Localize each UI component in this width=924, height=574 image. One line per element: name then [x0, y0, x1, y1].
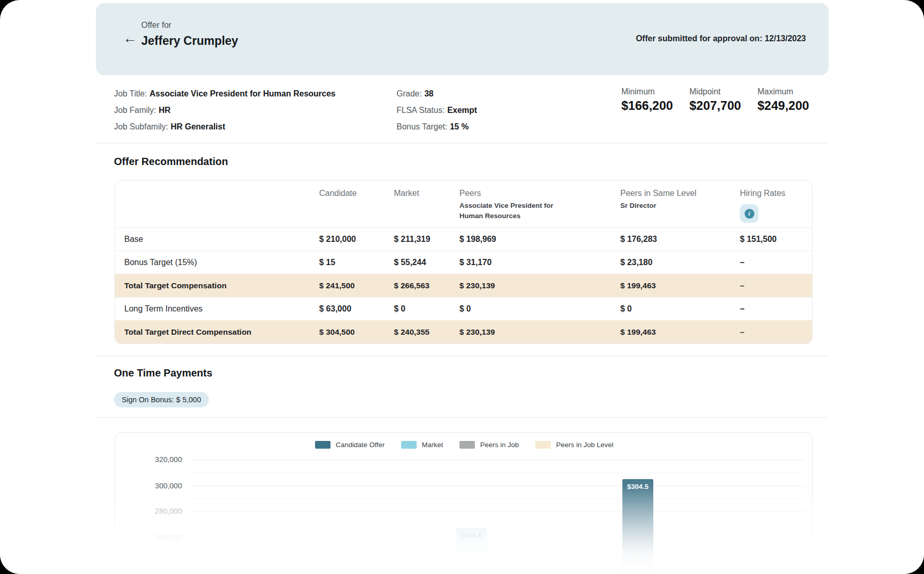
- cell-candidate: $ 63,000: [319, 304, 394, 314]
- row-label: Total Target Direct Compensation: [124, 327, 319, 337]
- table-row: Long Term Incentives $ 63,000 $ 0 $ 0 $ …: [115, 297, 812, 320]
- cell-candidate: $ 15: [319, 258, 394, 267]
- legend-item-market[interactable]: Market: [401, 441, 443, 449]
- market-bar[interactable]: $266.6: [456, 528, 487, 574]
- submitted-for-approval-text: Offer submitted for approval on: 12/13/2…: [636, 34, 806, 43]
- cell-peers: $ 0: [459, 304, 620, 314]
- cell-peers-same-level: $ 0: [620, 304, 740, 314]
- cell-market: $ 55,244: [394, 258, 459, 267]
- cell-candidate: $ 304,500: [319, 327, 394, 337]
- legend-item-peers-in-job-level[interactable]: Peers in Job Level: [535, 441, 613, 449]
- cell-peers-same-level: $ 199,463: [620, 281, 740, 290]
- gridline: [190, 486, 805, 486]
- table-header-row: Candidate Market Peers Associate Vice Pr…: [115, 181, 812, 227]
- legend-label: Candidate Offer: [336, 441, 385, 449]
- salary-midpoint-stat: Midpoint $207,700: [689, 87, 741, 113]
- peers-subtitle-line2: Human Resources: [459, 211, 620, 221]
- cell-market: $ 0: [394, 304, 459, 314]
- job-family-value: HR: [159, 106, 171, 114]
- cell-market: $ 266,563: [394, 281, 459, 290]
- grade-row: Grade:38: [397, 86, 477, 102]
- gridline: [190, 511, 805, 512]
- back-button[interactable]: ←: [120, 28, 140, 48]
- divider: [96, 356, 829, 356]
- cell-peers: $ 230,139: [459, 281, 620, 290]
- legend-item-peers-in-job[interactable]: Peers in Job: [459, 441, 519, 449]
- row-label: Bonus Target (15%): [124, 258, 319, 267]
- info-icon: i: [745, 209, 754, 219]
- market-swatch-icon: [401, 441, 417, 449]
- row-label: Base: [124, 235, 319, 244]
- job-title-value: Associate Vice President for Human Resou…: [150, 89, 336, 98]
- offer-page: ← Offer for Jeffery Crumpley Offer submi…: [0, 0, 924, 574]
- sign-on-bonus-chip: Sign On Bonus: $ 5,000: [114, 392, 209, 407]
- flsa-status-value: Exempt: [447, 106, 477, 114]
- back-arrow-icon: ←: [123, 30, 137, 46]
- offer-recommendation-table: Candidate Market Peers Associate Vice Pr…: [114, 180, 813, 344]
- cell-market: $ 240,355: [394, 327, 459, 337]
- peers-subtitle-line1: Associate Vice President for: [459, 201, 620, 211]
- peers-same-level-subtitle: Sr Director: [620, 201, 740, 211]
- candidate-offer-swatch-icon: [315, 441, 331, 449]
- market-bar-label: $266.6: [456, 528, 487, 539]
- job-title-label: Job Title:: [114, 89, 147, 98]
- cell-hiring-rates: –: [740, 281, 812, 290]
- legend-label: Peers in Job Level: [556, 441, 613, 449]
- cell-peers-same-level: $ 176,283: [620, 235, 740, 244]
- hiring-rates-header-label: Hiring Rates: [740, 188, 812, 199]
- column-header-market: Market: [394, 188, 459, 199]
- salary-minimum-value: $166,200: [621, 98, 673, 113]
- candidate-offer-bar[interactable]: $304.5: [622, 479, 653, 574]
- peers-header-label: Peers: [459, 188, 620, 199]
- cell-hiring-rates: –: [740, 327, 812, 337]
- grade-label: Grade:: [397, 89, 422, 98]
- job-summary: Job Title:Associate Vice President for H…: [96, 75, 829, 143]
- y-axis-tick: 320,000: [115, 455, 182, 464]
- one-time-payments-title: One Time Payments: [114, 367, 212, 379]
- cell-peers: $ 198,969: [459, 235, 620, 244]
- y-axis-tick: 260,000: [115, 532, 182, 542]
- column-header-peers: Peers Associate Vice President for Human…: [459, 188, 620, 221]
- job-family-row: Job Family:HR: [114, 102, 336, 119]
- cell-peers-same-level: $ 23,180: [620, 258, 740, 267]
- offer-recommendation-title: Offer Recommendation: [114, 156, 228, 168]
- salary-maximum-label: Maximum: [757, 87, 809, 97]
- cell-market: $ 211,319: [394, 235, 459, 244]
- salary-minimum-stat: Minimum $166,200: [621, 87, 673, 113]
- salary-maximum-value: $249,200: [757, 98, 809, 113]
- job-subfamily-value: HR Generalist: [171, 122, 225, 131]
- bonus-target-label: Bonus Target:: [397, 122, 447, 131]
- peers-same-level-header-label: Peers in Same Level: [620, 188, 740, 199]
- salary-minimum-label: Minimum: [621, 87, 673, 97]
- gridline: [190, 498, 805, 499]
- salary-maximum-stat: Maximum $249,200: [757, 87, 809, 113]
- header-title-block: Offer for Jeffery Crumpley: [141, 20, 238, 49]
- cell-candidate: $ 210,000: [319, 235, 394, 244]
- flsa-status-row: FLSA Status:Exempt: [397, 102, 477, 119]
- hiring-rates-info-button[interactable]: i: [740, 204, 758, 223]
- job-family-label: Job Family:: [114, 106, 156, 114]
- gridline: [190, 472, 805, 473]
- salary-midpoint-value: $207,700: [689, 98, 741, 113]
- column-header-peers-same-level: Peers in Same Level Sr Director: [620, 188, 740, 211]
- legend-item-candidate-offer[interactable]: Candidate Offer: [315, 441, 385, 449]
- cell-hiring-rates: –: [740, 258, 812, 267]
- column-header-hiring-rates: Hiring Rates i: [740, 188, 812, 223]
- peers-in-job-swatch-icon: [459, 441, 475, 449]
- cell-peers: $ 31,170: [459, 258, 620, 267]
- job-subfamily-label: Job Subfamily:: [114, 122, 168, 131]
- cell-peers: $ 230,139: [459, 327, 620, 337]
- table-row: Bonus Target (15%) $ 15 $ 55,244 $ 31,17…: [115, 251, 812, 274]
- cell-hiring-rates: $ 151,500: [740, 235, 812, 244]
- compensation-chart: Candidate Offer Market Peers in Job Peer…: [114, 432, 813, 574]
- gridline: [190, 524, 805, 524]
- peers-in-job-level-swatch-icon: [535, 441, 551, 449]
- salary-midpoint-label: Midpoint: [689, 87, 741, 97]
- peers-header-subtitle: Associate Vice President for Human Resou…: [459, 201, 620, 221]
- candidate-offer-bar-label: $304.5: [622, 479, 653, 490]
- job-title-row: Job Title:Associate Vice President for H…: [114, 86, 336, 102]
- column-header-candidate: Candidate: [319, 188, 394, 199]
- cell-hiring-rates: –: [740, 304, 812, 314]
- gridline: [190, 460, 805, 460]
- row-label: Total Target Compensation: [124, 281, 319, 290]
